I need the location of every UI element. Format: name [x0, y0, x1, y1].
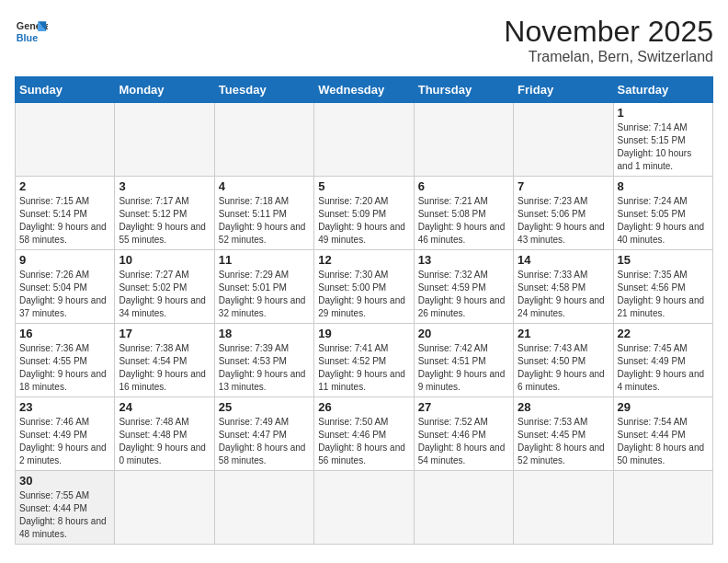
- day-number: 21: [518, 327, 609, 340]
- day-number: 10: [119, 253, 210, 267]
- calendar-cell: [514, 103, 613, 177]
- calendar-cell: 15Sunrise: 7:35 AMSunset: 4:56 PMDayligh…: [613, 250, 712, 324]
- day-info: Sunrise: 7:15 AMSunset: 5:14 PMDaylight:…: [19, 195, 110, 247]
- calendar-week-3: 16Sunrise: 7:36 AMSunset: 4:55 PMDayligh…: [16, 324, 713, 397]
- day-info: Sunrise: 7:26 AMSunset: 5:04 PMDaylight:…: [19, 269, 110, 320]
- day-info: Sunrise: 7:23 AMSunset: 5:06 PMDaylight:…: [518, 195, 609, 247]
- svg-text:Blue: Blue: [17, 32, 38, 43]
- calendar-cell: 3Sunrise: 7:17 AMSunset: 5:12 PMDaylight…: [115, 177, 214, 250]
- calendar-cell: [613, 471, 712, 545]
- calendar-cell: 13Sunrise: 7:32 AMSunset: 4:59 PMDayligh…: [414, 250, 513, 324]
- calendar-cell: 7Sunrise: 7:23 AMSunset: 5:06 PMDaylight…: [514, 177, 613, 250]
- calendar-cell: 2Sunrise: 7:15 AMSunset: 5:14 PMDaylight…: [16, 177, 115, 250]
- calendar-cell: 30Sunrise: 7:55 AMSunset: 4:44 PMDayligh…: [16, 471, 115, 545]
- day-number: 25: [219, 400, 310, 414]
- day-info: Sunrise: 7:20 AMSunset: 5:09 PMDaylight:…: [318, 195, 409, 247]
- header: General Blue November 2025 Tramelan, Ber…: [15, 15, 713, 65]
- day-info: Sunrise: 7:35 AMSunset: 4:56 PMDaylight:…: [618, 269, 709, 320]
- day-number: 11: [219, 253, 310, 267]
- calendar-cell: [115, 103, 214, 177]
- day-number: 17: [119, 327, 210, 340]
- calendar-cell: [214, 471, 313, 545]
- day-number: 5: [318, 179, 409, 193]
- calendar-cell: 29Sunrise: 7:54 AMSunset: 4:44 PMDayligh…: [613, 397, 712, 471]
- day-info: Sunrise: 7:32 AMSunset: 4:59 PMDaylight:…: [418, 269, 509, 320]
- calendar-cell: 17Sunrise: 7:38 AMSunset: 4:54 PMDayligh…: [115, 324, 214, 397]
- calendar-week-4: 23Sunrise: 7:46 AMSunset: 4:49 PMDayligh…: [16, 397, 713, 471]
- calendar-cell: 26Sunrise: 7:50 AMSunset: 4:46 PMDayligh…: [314, 397, 414, 471]
- calendar-cell: [16, 103, 115, 177]
- day-header-tuesday: Tuesday: [214, 77, 313, 103]
- day-number: 15: [618, 253, 709, 267]
- calendar-cell: 5Sunrise: 7:20 AMSunset: 5:09 PMDaylight…: [314, 177, 414, 250]
- day-number: 9: [19, 253, 110, 267]
- calendar-cell: 6Sunrise: 7:21 AMSunset: 5:08 PMDaylight…: [414, 177, 513, 250]
- calendar-cell: 24Sunrise: 7:48 AMSunset: 4:48 PMDayligh…: [115, 397, 214, 471]
- calendar-cell: 4Sunrise: 7:18 AMSunset: 5:11 PMDaylight…: [214, 177, 313, 250]
- calendar-cell: [414, 471, 513, 545]
- day-info: Sunrise: 7:14 AMSunset: 5:15 PMDaylight:…: [618, 121, 709, 173]
- calendar-cell: 18Sunrise: 7:39 AMSunset: 4:53 PMDayligh…: [214, 324, 313, 397]
- calendar-cell: [214, 103, 313, 177]
- calendar-cell: 16Sunrise: 7:36 AMSunset: 4:55 PMDayligh…: [16, 324, 115, 397]
- day-number: 23: [19, 400, 110, 414]
- day-number: 29: [618, 400, 709, 414]
- day-info: Sunrise: 7:17 AMSunset: 5:12 PMDaylight:…: [119, 195, 210, 247]
- calendar-cell: 28Sunrise: 7:53 AMSunset: 4:45 PMDayligh…: [514, 397, 613, 471]
- day-info: Sunrise: 7:45 AMSunset: 4:49 PMDaylight:…: [618, 342, 709, 394]
- calendar-table: SundayMondayTuesdayWednesdayThursdayFrid…: [15, 76, 713, 545]
- day-info: Sunrise: 7:49 AMSunset: 4:47 PMDaylight:…: [219, 416, 310, 467]
- day-info: Sunrise: 7:18 AMSunset: 5:11 PMDaylight:…: [219, 195, 310, 247]
- day-number: 26: [318, 400, 409, 414]
- day-number: 18: [219, 327, 310, 340]
- day-info: Sunrise: 7:42 AMSunset: 4:51 PMDaylight:…: [418, 342, 509, 394]
- logo-icon: General Blue: [15, 15, 48, 48]
- day-info: Sunrise: 7:38 AMSunset: 4:54 PMDaylight:…: [119, 342, 210, 394]
- day-number: 27: [418, 400, 509, 414]
- logo: General Blue: [15, 15, 48, 48]
- day-number: 30: [19, 474, 110, 488]
- day-number: 14: [518, 253, 609, 267]
- day-number: 3: [119, 179, 210, 193]
- day-info: Sunrise: 7:33 AMSunset: 4:58 PMDaylight:…: [518, 269, 609, 320]
- calendar-cell: 27Sunrise: 7:52 AMSunset: 4:46 PMDayligh…: [414, 397, 513, 471]
- day-number: 13: [418, 253, 509, 267]
- day-info: Sunrise: 7:29 AMSunset: 5:01 PMDaylight:…: [219, 269, 310, 320]
- calendar-week-1: 2Sunrise: 7:15 AMSunset: 5:14 PMDaylight…: [16, 177, 713, 250]
- day-info: Sunrise: 7:52 AMSunset: 4:46 PMDaylight:…: [418, 416, 509, 467]
- calendar-cell: [115, 471, 214, 545]
- day-header-thursday: Thursday: [414, 77, 513, 103]
- day-info: Sunrise: 7:27 AMSunset: 5:02 PMDaylight:…: [119, 269, 210, 320]
- day-info: Sunrise: 7:21 AMSunset: 5:08 PMDaylight:…: [418, 195, 509, 247]
- day-header-wednesday: Wednesday: [314, 77, 414, 103]
- day-header-monday: Monday: [115, 77, 214, 103]
- calendar-cell: [314, 471, 414, 545]
- day-info: Sunrise: 7:39 AMSunset: 4:53 PMDaylight:…: [219, 342, 310, 394]
- day-number: 19: [318, 327, 409, 340]
- day-number: 22: [618, 327, 709, 340]
- day-number: 7: [518, 179, 609, 193]
- calendar-cell: 23Sunrise: 7:46 AMSunset: 4:49 PMDayligh…: [16, 397, 115, 471]
- calendar-week-5: 30Sunrise: 7:55 AMSunset: 4:44 PMDayligh…: [16, 471, 713, 545]
- calendar-cell: 10Sunrise: 7:27 AMSunset: 5:02 PMDayligh…: [115, 250, 214, 324]
- calendar-week-0: 1Sunrise: 7:14 AMSunset: 5:15 PMDaylight…: [16, 103, 713, 177]
- calendar-cell: [514, 471, 613, 545]
- day-number: 8: [618, 179, 709, 193]
- day-number: 12: [318, 253, 409, 267]
- day-header-friday: Friday: [514, 77, 613, 103]
- day-number: 24: [119, 400, 210, 414]
- day-info: Sunrise: 7:36 AMSunset: 4:55 PMDaylight:…: [19, 342, 110, 394]
- day-info: Sunrise: 7:48 AMSunset: 4:48 PMDaylight:…: [119, 416, 210, 467]
- calendar-cell: [314, 103, 414, 177]
- calendar-cell: 25Sunrise: 7:49 AMSunset: 4:47 PMDayligh…: [214, 397, 313, 471]
- calendar-cell: 20Sunrise: 7:42 AMSunset: 4:51 PMDayligh…: [414, 324, 513, 397]
- day-number: 6: [418, 179, 509, 193]
- location-title: Tramelan, Bern, Switzerland: [504, 49, 713, 65]
- day-info: Sunrise: 7:50 AMSunset: 4:46 PMDaylight:…: [318, 416, 409, 467]
- calendar-cell: 1Sunrise: 7:14 AMSunset: 5:15 PMDaylight…: [613, 103, 712, 177]
- day-number: 16: [19, 327, 110, 340]
- title-block: November 2025 Tramelan, Bern, Switzerlan…: [504, 15, 713, 65]
- day-info: Sunrise: 7:43 AMSunset: 4:50 PMDaylight:…: [518, 342, 609, 394]
- day-number: 2: [19, 179, 110, 193]
- day-header-saturday: Saturday: [613, 77, 712, 103]
